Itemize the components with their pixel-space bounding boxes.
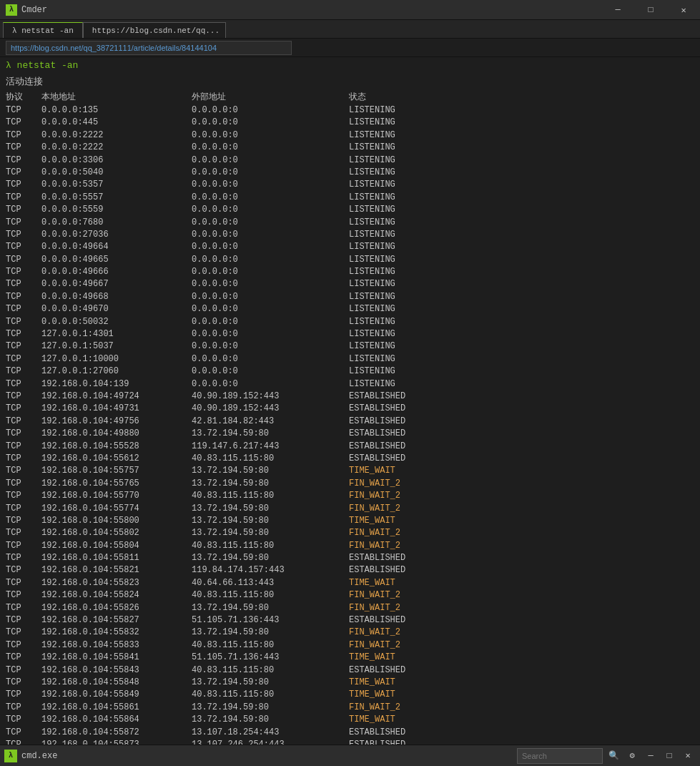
cell-local: 192.168.0.104:49724: [41, 391, 192, 403]
cell-foreign: 40.83.115.115:80: [192, 540, 349, 552]
cell-state: LISTENING: [349, 167, 395, 179]
cell-state: LISTENING: [349, 229, 395, 241]
cell-proto: TCP: [6, 316, 41, 328]
cell-foreign: 40.90.189.152:443: [192, 403, 349, 415]
cell-state: FIN_WAIT_2: [349, 627, 400, 639]
minimize-icon[interactable]: ─: [643, 748, 659, 764]
tab-browser[interactable]: https://blog.csdn.net/qq...: [83, 22, 226, 38]
cell-local: 192.168.0.104:55861: [41, 702, 192, 714]
table-row: TCP192.168.0.104:5580013.72.194.59:80TIM…: [6, 515, 694, 527]
cell-foreign: 0.0.0.0:0: [192, 179, 349, 191]
cell-state: ESTABLISHED: [349, 727, 405, 739]
cell-state: FIN_WAIT_2: [349, 478, 400, 490]
cell-state: FIN_WAIT_2: [349, 503, 400, 515]
cell-state: TIME_WAIT: [349, 465, 395, 477]
app-icon: λ: [6, 4, 17, 16]
cell-proto: TCP: [6, 490, 41, 502]
table-row: TCP192.168.0.104:5576513.72.194.59:80FIN…: [6, 478, 694, 490]
cell-local: 192.168.0.104:55872: [41, 727, 192, 739]
cell-foreign: 0.0.0.0:0: [192, 291, 349, 303]
table-row: TCP192.168.0.104:55821119.84.174.157:443…: [6, 564, 694, 576]
cell-foreign: 13.72.194.59:80: [192, 627, 349, 639]
cell-proto: TCP: [6, 154, 41, 167]
cell-local: 0.0.0.0:135: [41, 104, 192, 117]
table-row: TCP0.0.0.0:76800.0.0.0:0LISTENING: [6, 217, 694, 229]
cell-local: 192.168.0.104:55765: [41, 478, 192, 490]
cell-local: 0.0.0.0:27036: [41, 229, 192, 241]
address-input[interactable]: [6, 41, 292, 55]
cmd-prompt: λ netstat -an: [6, 60, 694, 71]
cell-foreign: 13.72.194.59:80: [192, 527, 349, 539]
cell-proto: TCP: [6, 378, 41, 391]
status-right: 🔍 ⚙ ─ □ ✕: [517, 748, 696, 764]
minimize-button[interactable]: ─: [601, 0, 634, 20]
cell-foreign: 0.0.0.0:0: [192, 303, 349, 315]
cell-proto: TCP: [6, 677, 41, 689]
cell-foreign: 0.0.0.0:0: [192, 192, 349, 204]
close-button[interactable]: ✕: [667, 0, 700, 20]
cell-foreign: 0.0.0.0:0: [192, 117, 349, 129]
cell-local: 0.0.0.0:49664: [41, 241, 192, 253]
table-row: TCP192.168.0.104:4972440.90.189.152:443E…: [6, 391, 694, 403]
cell-local: 192.168.0.104:55823: [41, 577, 192, 589]
tab-terminal-label: λ netstat -an: [12, 26, 74, 35]
cell-state: TIME_WAIT: [349, 677, 395, 689]
table-row: TCP192.168.0.104:5581113.72.194.59:80EST…: [6, 552, 694, 564]
cell-local: 192.168.0.104:55612: [41, 453, 192, 465]
cell-state: LISTENING: [349, 254, 395, 266]
table-row: TCP192.168.0.104:5586413.72.194.59:80TIM…: [6, 714, 694, 726]
close-icon[interactable]: ✕: [680, 748, 696, 764]
cell-state: LISTENING: [349, 291, 395, 303]
cell-proto: TCP: [6, 365, 41, 378]
cell-proto: TCP: [6, 204, 41, 216]
cell-foreign: 0.0.0.0:0: [192, 254, 349, 266]
cell-local: 0.0.0.0:49668: [41, 291, 192, 303]
header-local: 本地地址: [41, 91, 192, 103]
cell-state: LISTENING: [349, 142, 395, 154]
cell-state: LISTENING: [349, 179, 395, 191]
maximize-button[interactable]: □: [634, 0, 667, 20]
cell-local: 192.168.0.104:139: [41, 378, 192, 391]
maximize-icon[interactable]: □: [661, 748, 677, 764]
cell-local: 192.168.0.104:55826: [41, 602, 192, 614]
cell-proto: TCP: [6, 714, 41, 726]
cell-proto: TCP: [6, 627, 41, 639]
cell-local: 0.0.0.0:5357: [41, 179, 192, 191]
cell-state: FIN_WAIT_2: [349, 527, 400, 539]
cell-proto: TCP: [6, 689, 41, 701]
cell-foreign: 40.64.66.113:443: [192, 577, 349, 589]
cell-foreign: 0.0.0.0:0: [192, 365, 349, 378]
cell-state: LISTENING: [349, 241, 395, 253]
table-row: TCP127.0.0.1:100000.0.0.0:0LISTENING: [6, 353, 694, 365]
cell-proto: TCP: [6, 328, 41, 340]
table-row: TCP0.0.0.0:55570.0.0.0:0LISTENING: [6, 192, 694, 204]
cell-local: 0.0.0.0:49666: [41, 266, 192, 278]
table-row: TCP0.0.0.0:55590.0.0.0:0LISTENING: [6, 204, 694, 216]
cell-local: 192.168.0.104:55843: [41, 664, 192, 677]
settings-icon[interactable]: ⚙: [624, 748, 640, 764]
cell-state: LISTENING: [349, 192, 395, 204]
cell-foreign: 0.0.0.0:0: [192, 266, 349, 278]
table-row: TCP192.168.0.104:5582340.64.66.113:443TI…: [6, 577, 694, 589]
cell-state: TIME_WAIT: [349, 577, 395, 589]
cell-local: 0.0.0.0:445: [41, 117, 192, 129]
cell-foreign: 0.0.0.0:0: [192, 104, 349, 117]
address-bar: [0, 39, 700, 57]
cell-state: ESTABLISHED: [349, 664, 405, 677]
cell-state: LISTENING: [349, 316, 395, 328]
cell-proto: TCP: [6, 552, 41, 564]
search-button[interactable]: 🔍: [606, 748, 621, 764]
cell-local: 192.168.0.104:55774: [41, 503, 192, 515]
cell-local: 127.0.0.1:5037: [41, 340, 192, 353]
tab-terminal[interactable]: λ netstat -an: [3, 22, 83, 38]
cell-state: ESTABLISHED: [349, 441, 405, 453]
cell-state: TIME_WAIT: [349, 714, 395, 726]
table-row: TCP0.0.0.0:500320.0.0.0:0LISTENING: [6, 316, 694, 328]
cell-proto: TCP: [6, 353, 41, 365]
process-name: cmd.exe: [21, 751, 57, 761]
search-input[interactable]: [517, 748, 603, 764]
cell-foreign: 13.72.194.59:80: [192, 702, 349, 714]
cell-proto: TCP: [6, 577, 41, 589]
cell-proto: TCP: [6, 727, 41, 739]
cell-proto: TCP: [6, 241, 41, 253]
